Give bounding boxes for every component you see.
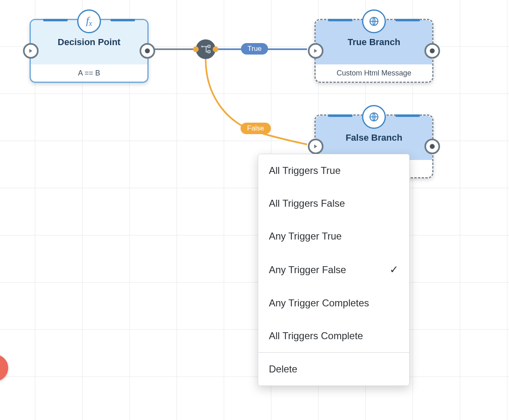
junction-dot	[193, 46, 199, 52]
fx-icon: fx	[77, 9, 101, 33]
output-port[interactable]	[424, 43, 440, 59]
globe-icon	[362, 9, 386, 33]
edge-label-false[interactable]: False	[241, 123, 271, 134]
input-port[interactable]	[308, 43, 323, 59]
menu-item-delete[interactable]: Delete	[258, 353, 409, 386]
node-subtitle: Custom Html Message	[316, 64, 432, 82]
junction-dot	[213, 46, 218, 52]
svg-rect-1	[208, 45, 210, 47]
globe-icon	[362, 105, 386, 129]
output-port[interactable]	[424, 139, 440, 154]
node-true-branch[interactable]: True Branch Custom Html Message	[314, 19, 433, 83]
svg-rect-2	[208, 50, 210, 52]
edge-label-true[interactable]: True	[241, 43, 268, 55]
menu-item-label: All Triggers True	[269, 165, 341, 176]
menu-item-label: Any Trigger Completes	[269, 297, 369, 309]
menu-item-any-trigger-true[interactable]: Any Trigger True	[258, 220, 409, 253]
menu-item-all-triggers-false[interactable]: All Triggers False	[258, 187, 409, 220]
node-subtitle: A == B	[31, 64, 147, 82]
menu-item-all-triggers-complete[interactable]: All Triggers Complete	[258, 320, 409, 352]
output-port[interactable]	[140, 43, 155, 59]
menu-item-label: Delete	[269, 363, 297, 375]
node-decision-point[interactable]: fx Decision Point A == B	[30, 19, 149, 83]
menu-item-any-trigger-false[interactable]: Any Trigger False✓	[258, 253, 409, 287]
svg-point-0	[201, 46, 203, 47]
menu-item-any-trigger-completes[interactable]: Any Trigger Completes	[258, 287, 409, 320]
menu-item-all-triggers-true[interactable]: All Triggers True	[258, 154, 409, 187]
branch-junction[interactable]	[196, 39, 216, 59]
input-port[interactable]	[23, 43, 39, 59]
input-port[interactable]	[308, 139, 323, 154]
trigger-context-menu: All Triggers True All Triggers False Any…	[258, 154, 410, 386]
menu-item-label: Any Trigger False	[269, 264, 346, 276]
flow-canvas[interactable]: fx Decision Point A == B True False True…	[0, 0, 509, 420]
menu-item-label: All Triggers Complete	[269, 330, 363, 342]
menu-item-label: All Triggers False	[269, 198, 345, 209]
check-icon: ✓	[390, 263, 399, 276]
menu-item-label: Any Trigger True	[269, 231, 342, 242]
